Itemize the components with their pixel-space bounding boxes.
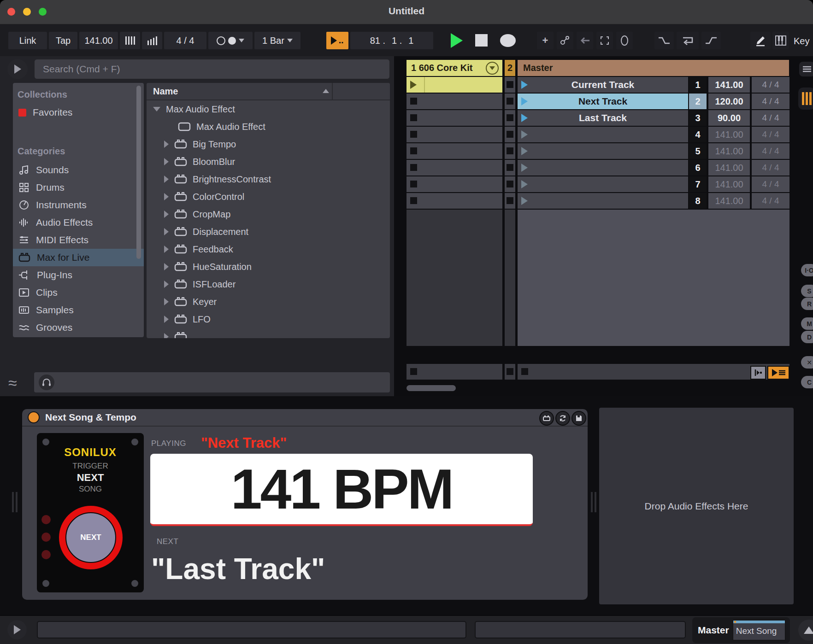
scene-play-icon[interactable] xyxy=(521,97,528,105)
list-name-header[interactable]: Name xyxy=(147,83,390,100)
sidebar-item-drums[interactable]: Drums xyxy=(13,179,144,196)
scene-row[interactable]: 7 141.00 4 / 4 xyxy=(518,176,789,192)
collapsed-triangle-icon[interactable] xyxy=(164,263,169,270)
scene-play-icon[interactable] xyxy=(521,164,528,172)
scene-launch-area[interactable]: Last Track xyxy=(518,110,688,126)
play-button[interactable] xyxy=(451,33,463,48)
tap-tempo-button[interactable]: Tap xyxy=(49,32,77,49)
clip-slot-narrow[interactable] xyxy=(505,94,515,109)
clip-slot[interactable] xyxy=(406,110,502,126)
device-preview-chip[interactable]: Next Song xyxy=(733,620,785,640)
scene-signature[interactable]: 4 / 4 xyxy=(752,143,789,159)
tree-item[interactable]: Displacement xyxy=(147,223,390,240)
device-on-button[interactable] xyxy=(28,411,40,423)
scene-tempo[interactable]: 90.00 xyxy=(708,110,750,126)
clip-slot-narrow[interactable] xyxy=(505,77,515,93)
scene-signature[interactable]: 4 / 4 xyxy=(752,127,789,142)
sidebar-item-clips[interactable]: Clips xyxy=(13,284,144,301)
automation-fade-in-button[interactable] xyxy=(701,32,721,49)
collapsed-triangle-icon[interactable] xyxy=(164,246,169,253)
tree-item[interactable]: BloomBlur xyxy=(147,153,390,170)
collapsed-triangle-icon[interactable] xyxy=(164,141,169,148)
time-signature-field[interactable]: 4 / 4 xyxy=(164,32,206,49)
scene-launch-area[interactable] xyxy=(518,176,688,192)
quantization-menu[interactable]: 1 Bar xyxy=(254,32,300,49)
scene-row-next-track[interactable]: Next Track 2 120.00 4 / 4 xyxy=(518,94,789,109)
stop-all-clips-button[interactable] xyxy=(767,366,789,380)
sidebar-item-max-for-live[interactable]: Max for Live xyxy=(13,249,144,266)
tree-item[interactable]: Keyer xyxy=(147,293,390,310)
scene-row-current-track[interactable]: Current Track 1 141.00 4 / 4 xyxy=(518,77,789,93)
scene-tempo[interactable]: 141.00 xyxy=(708,127,750,142)
tree-item[interactable]: Feedback xyxy=(147,240,390,258)
scene-launch-area[interactable] xyxy=(518,160,688,176)
master-stop-all-slot[interactable] xyxy=(518,364,789,380)
master-track-header[interactable]: Master xyxy=(518,60,789,76)
scene-play-icon[interactable] xyxy=(521,180,528,188)
scene-row[interactable]: 4 141.00 4 / 4 xyxy=(518,127,789,142)
tree-item[interactable]: ColorControl xyxy=(147,188,390,205)
scene-play-icon[interactable] xyxy=(521,81,528,89)
sidebar-item-grooves[interactable]: Grooves xyxy=(13,319,144,336)
sidebar-item-plug-ins[interactable]: Plug-Ins xyxy=(13,266,144,284)
hot-swap-wave-icon[interactable]: ≈ xyxy=(8,374,17,392)
sidebar-item-favorites[interactable]: Favorites xyxy=(13,104,144,121)
nudge-up-button[interactable] xyxy=(142,32,162,49)
clip-slot-narrow[interactable] xyxy=(505,176,515,192)
collapsed-triangle-icon[interactable] xyxy=(164,158,169,165)
device-drag-handle[interactable] xyxy=(12,492,18,512)
clip-slot[interactable] xyxy=(406,193,502,209)
preview-play-button[interactable] xyxy=(7,620,27,639)
collapsed-triangle-icon[interactable] xyxy=(164,298,169,305)
scene-tempo[interactable]: 141.00 xyxy=(708,160,750,176)
mixer-view-button[interactable] xyxy=(798,88,813,110)
clip-slot-narrow[interactable] xyxy=(505,110,515,126)
back-to-arrangement-button[interactable] xyxy=(577,32,593,49)
collapsed-triangle-icon[interactable] xyxy=(164,281,169,288)
scene-tempo[interactable]: 141.00 xyxy=(708,77,750,93)
show-crossfader-assign-button[interactable]: C xyxy=(801,376,813,388)
scene-row-last-track[interactable]: Last Track 3 90.00 4 / 4 xyxy=(518,110,789,126)
scene-play-icon[interactable] xyxy=(521,147,528,155)
record-button[interactable] xyxy=(500,34,516,47)
sidebar-item-audio-effects[interactable]: Audio Effects xyxy=(13,214,144,231)
new-midi-button[interactable]: + xyxy=(537,32,554,49)
scene-signature[interactable]: 4 / 4 xyxy=(752,110,789,126)
clip-slot[interactable] xyxy=(406,94,502,109)
track-header-2[interactable]: 2 xyxy=(505,60,515,76)
scene-tempo[interactable]: 141.00 xyxy=(708,176,750,192)
tree-item[interactable]: LFO xyxy=(147,310,390,328)
scene-play-icon[interactable] xyxy=(521,197,528,205)
panel-drag-handle[interactable] xyxy=(591,492,597,512)
punch-region-button[interactable] xyxy=(596,32,613,49)
scene-signature[interactable]: 4 / 4 xyxy=(752,176,789,192)
draw-mode-button[interactable] xyxy=(750,32,771,49)
track-header-606-core-kit[interactable]: 1 606 Core Kit xyxy=(406,60,502,76)
show-returns-button[interactable]: R xyxy=(801,298,813,310)
tree-item[interactable]: HueSaturation xyxy=(147,258,390,275)
capture-midi-button[interactable] xyxy=(557,32,573,49)
scene-launch-area[interactable]: Next Track xyxy=(518,94,688,109)
collapsed-triangle-icon[interactable] xyxy=(164,211,169,218)
nudge-down-button[interactable] xyxy=(120,32,140,49)
key-map-button[interactable]: Key xyxy=(794,36,809,47)
expanded-triangle-icon[interactable] xyxy=(153,107,160,111)
next-song-trigger-button[interactable]: NEXT xyxy=(59,506,123,569)
scene-row[interactable]: 8 141.00 4 / 4 xyxy=(518,193,789,209)
scene-tempo[interactable]: 141.00 xyxy=(708,193,750,209)
device-unfold-button[interactable] xyxy=(539,411,554,426)
scene-play-icon[interactable] xyxy=(521,130,528,139)
tree-item[interactable]: Big Tempo xyxy=(147,135,390,153)
scene-tempo[interactable]: 120.00 xyxy=(708,94,750,109)
computer-midi-keyboard-button[interactable] xyxy=(772,32,789,49)
clip-slot-narrow[interactable] xyxy=(505,127,515,142)
stop-button[interactable] xyxy=(475,34,488,47)
clip-slot[interactable] xyxy=(406,176,502,192)
automation-fade-out-button[interactable] xyxy=(654,32,674,49)
clip-slot-narrow[interactable] xyxy=(505,143,515,159)
scene-launch-area[interactable] xyxy=(518,127,688,142)
sidebar-item-midi-effects[interactable]: MIDI Effects xyxy=(13,231,144,249)
tempo-field[interactable]: 141.00 xyxy=(79,32,118,49)
scene-signature[interactable]: 4 / 4 xyxy=(752,94,789,109)
show-mixer-button[interactable]: M xyxy=(801,317,813,330)
